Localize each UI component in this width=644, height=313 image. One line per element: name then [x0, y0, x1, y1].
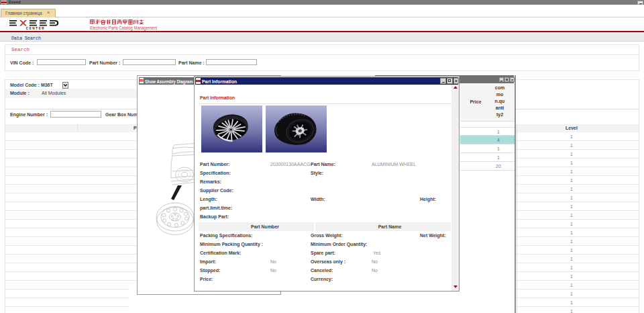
svg-text:CENTER: CENTER — [26, 27, 46, 30]
